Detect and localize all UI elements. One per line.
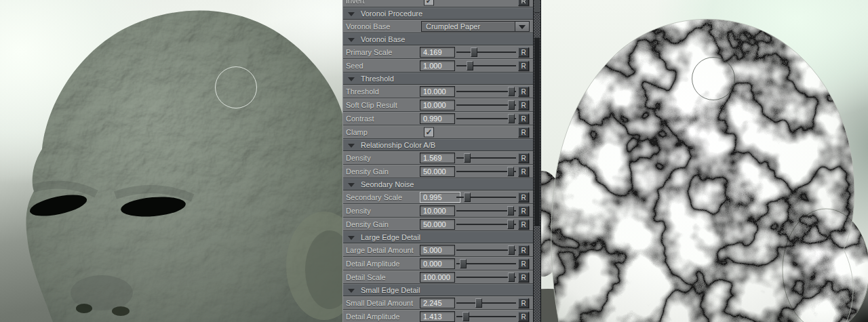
slider-thumb-contrast[interactable] (508, 114, 515, 123)
param-row-threshold: Threshold10.000R (343, 85, 533, 98)
param-label-detail-amplitude: Detail Amplitude (346, 313, 400, 321)
checkbox-invert[interactable]: ✓ (424, 0, 434, 6)
dropdown-arrow-icon (519, 25, 526, 29)
collapse-triangle-icon[interactable] (348, 289, 355, 293)
slider-track-soft-clip-result[interactable] (456, 104, 516, 106)
section-header-voronoi-base: Voronoi Base (343, 33, 533, 45)
value-field-detail-amplitude[interactable]: 1.413 (420, 311, 455, 322)
param-label-threshold: Threshold (346, 87, 379, 96)
reset-button-primary-scale[interactable]: R (518, 47, 529, 58)
section-title: Voronoi Base (361, 35, 405, 43)
value-field-density-gain[interactable]: 50.000 (420, 166, 455, 177)
reset-button-invert[interactable]: R (518, 0, 529, 6)
section-title: Large Edge Detail (361, 233, 420, 241)
clipped-row-wrapper: Invert✓R (343, 0, 533, 7)
param-row-density-gain: Density Gain50.000R (343, 218, 533, 231)
param-label-density-gain: Density Gain (346, 220, 389, 228)
slider-thumb-secondary-scale[interactable] (464, 193, 471, 202)
param-label-voronoi-base: Voronoi Base (346, 22, 390, 31)
section-header-large-edge-detail: Large Edge Detail (343, 231, 533, 243)
param-row-large-detail-amount: Large Detail Amount5.000R (343, 243, 533, 257)
collapse-triangle-icon[interactable] (348, 12, 355, 16)
slider-track-seed[interactable] (456, 65, 516, 66)
value-field-small-detail-amount[interactable]: 2.245 (420, 298, 455, 308)
value-field-density[interactable]: 10.000 (420, 205, 455, 216)
value-field-detail-scale[interactable]: 100.000 (420, 272, 455, 283)
slider-thumb-soft-clip-result[interactable] (508, 100, 515, 110)
value-field-detail-amplitude[interactable]: 0.000 (420, 258, 455, 269)
param-row-seed: Seed1.000R (343, 59, 533, 73)
dropdown-arrow-button[interactable] (515, 22, 529, 31)
slider-thumb-density-gain[interactable] (507, 167, 514, 176)
reset-button-clamp[interactable]: R (518, 127, 529, 138)
reset-button-seed[interactable]: R (518, 61, 529, 71)
slider-thumb-detail-amplitude[interactable] (462, 312, 469, 321)
param-row-density: Density10.000R (343, 204, 533, 218)
slider-track-large-detail-amount[interactable] (456, 249, 516, 251)
slider-thumb-detail-amplitude[interactable] (460, 259, 467, 268)
slider-thumb-detail-scale[interactable] (508, 273, 515, 282)
collapse-triangle-icon[interactable] (348, 77, 355, 81)
reset-button-large-detail-amount[interactable]: R (518, 245, 529, 256)
slider-thumb-large-detail-amount[interactable] (508, 245, 515, 255)
slider-track-small-detail-amount[interactable] (456, 302, 516, 304)
collapse-triangle-icon[interactable] (348, 183, 355, 187)
collapse-triangle-icon[interactable] (348, 236, 355, 240)
checkbox-clamp[interactable]: ✓ (424, 127, 434, 138)
scrollbar-top-cap (534, 0, 540, 13)
section-header-relationship-color-a-b: Relationship Color A/B (343, 139, 533, 151)
section-header-threshold: Threshold (343, 73, 533, 85)
value-field-large-detail-amount[interactable]: 5.000 (420, 245, 455, 256)
slider-thumb-density-gain[interactable] (507, 220, 514, 229)
reset-button-density-gain[interactable]: R (518, 167, 529, 177)
reset-button-contrast[interactable]: R (518, 114, 529, 124)
panel-scrollbar[interactable] (533, 0, 541, 322)
reset-button-secondary-scale[interactable]: R (518, 193, 529, 203)
slider-thumb-seed[interactable] (467, 61, 473, 71)
reset-button-soft-clip-result[interactable]: R (518, 100, 529, 110)
value-field-threshold[interactable]: 10.000 (420, 86, 455, 97)
reset-button-detail-amplitude[interactable]: R (518, 312, 529, 322)
value-field-secondary-scale[interactable]: 0.995 (420, 192, 460, 203)
value-field-seed[interactable]: 1.000 (420, 60, 455, 71)
slider-track-detail-scale[interactable] (456, 277, 516, 278)
param-row-soft-clip-result: Soft Clip Result10.000R (343, 98, 533, 112)
right-3d-viewport[interactable] (541, 0, 868, 322)
param-row-small-detail-amount: Small Detail Amount2.245R (343, 296, 533, 310)
slider-track-primary-scale[interactable] (456, 52, 516, 53)
reset-button-density[interactable]: R (518, 206, 529, 216)
collapse-triangle-icon[interactable] (348, 38, 355, 42)
slider-thumb-density[interactable] (507, 206, 514, 216)
param-label-soft-clip-result: Soft Clip Result (346, 101, 397, 109)
slider-track-contrast[interactable] (456, 118, 516, 119)
value-field-contrast[interactable]: 0.990 (420, 113, 455, 124)
value-field-density[interactable]: 1.569 (420, 153, 455, 163)
left-3d-viewport[interactable] (0, 0, 342, 322)
param-label-detail-scale: Detail Scale (346, 273, 386, 281)
section-title: Voronoi Procedure (361, 9, 422, 18)
param-row-detail-amplitude: Detail Amplitude0.000R (343, 257, 533, 270)
slider-thumb-density[interactable] (464, 153, 471, 163)
dropdown-voronoi-base[interactable]: Crumpled Paper (421, 21, 530, 32)
param-label-small-detail-amount: Small Detail Amount (346, 299, 413, 307)
reset-button-detail-amplitude[interactable]: R (518, 259, 529, 269)
param-label-density: Density (346, 207, 371, 215)
slider-thumb-threshold[interactable] (508, 87, 515, 96)
value-field-soft-clip-result[interactable]: 10.000 (420, 100, 455, 110)
value-field-density-gain[interactable]: 50.000 (420, 219, 455, 230)
slider-track-threshold[interactable] (456, 91, 516, 92)
slider-thumb-small-detail-amount[interactable] (475, 298, 482, 308)
reset-button-density[interactable]: R (518, 153, 529, 163)
param-row-primary-scale: Primary Scale4.169R (343, 45, 533, 59)
scrollbar-thumb[interactable] (534, 37, 540, 226)
param-row-density: Density1.569R (343, 151, 533, 165)
value-field-primary-scale[interactable]: 4.169 (420, 47, 455, 58)
reset-button-detail-scale[interactable]: R (518, 273, 529, 283)
param-row-contrast: Contrast0.990R (343, 112, 533, 125)
reset-button-small-detail-amount[interactable]: R (518, 298, 529, 308)
slider-thumb-primary-scale[interactable] (471, 47, 477, 57)
reset-button-threshold[interactable]: R (518, 87, 529, 97)
noise-properties-panel: Invert✓RVoronoi ProcedureVoronoi BaseCru… (342, 0, 533, 322)
collapse-triangle-icon[interactable] (348, 144, 355, 148)
reset-button-density-gain[interactable]: R (518, 220, 529, 230)
